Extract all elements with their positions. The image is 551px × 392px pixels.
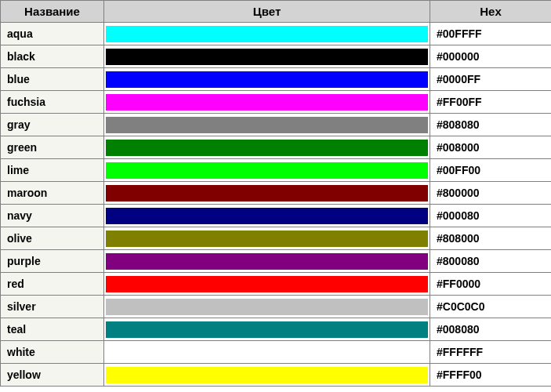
- color-hex-cell: #800000: [430, 182, 552, 205]
- header-hex: Hex: [430, 1, 552, 23]
- table-row: aqua#00FFFF: [1, 23, 552, 45]
- color-hex-cell: #FF0000: [430, 273, 552, 296]
- table-row: yellow#FFFF00: [1, 364, 552, 387]
- color-swatch-cell: [104, 250, 430, 273]
- color-swatch-cell: [104, 136, 430, 159]
- color-name-cell: red: [1, 273, 104, 296]
- color-hex-cell: #0000FF: [430, 68, 552, 91]
- color-swatch: [106, 299, 428, 315]
- color-hex-cell: #C0C0C0: [430, 296, 552, 318]
- color-hex-cell: #000080: [430, 205, 552, 227]
- color-name-cell: black: [1, 45, 104, 68]
- table-row: navy#000080: [1, 205, 552, 227]
- table-row: lime#00FF00: [1, 159, 552, 182]
- color-swatch: [106, 208, 428, 224]
- color-hex-cell: #000000: [430, 45, 552, 68]
- color-hex-cell: #FFFFFF: [430, 341, 552, 364]
- header-color: Цвет: [104, 1, 430, 23]
- color-swatch: [106, 71, 428, 88]
- color-swatch: [106, 230, 428, 247]
- color-name-cell: aqua: [1, 23, 104, 45]
- color-swatch-cell: [104, 364, 430, 387]
- color-name-cell: blue: [1, 68, 104, 91]
- color-name-cell: lime: [1, 159, 104, 182]
- color-swatch-cell: [104, 91, 430, 114]
- color-swatch-cell: [104, 182, 430, 205]
- table-row: red#FF0000: [1, 273, 552, 296]
- color-swatch: [106, 26, 428, 42]
- color-swatch: [106, 321, 428, 338]
- color-name-cell: navy: [1, 205, 104, 227]
- color-hex-cell: #00FF00: [430, 159, 552, 182]
- table-row: fuchsia#FF00FF: [1, 91, 552, 114]
- color-swatch-cell: [104, 114, 430, 136]
- color-hex-cell: #00FFFF: [430, 23, 552, 45]
- color-name-cell: gray: [1, 114, 104, 136]
- color-swatch-cell: [104, 23, 430, 45]
- color-swatch: [106, 162, 428, 179]
- color-swatch: [106, 185, 428, 201]
- color-swatch-cell: [104, 68, 430, 91]
- color-swatch-cell: [104, 296, 430, 318]
- color-name-cell: teal: [1, 318, 104, 341]
- color-hex-cell: #FFFF00: [430, 364, 552, 387]
- table-row: maroon#800000: [1, 182, 552, 205]
- color-swatch-cell: [104, 45, 430, 68]
- color-name-cell: green: [1, 136, 104, 159]
- color-hex-cell: #008000: [430, 136, 552, 159]
- table-row: black#000000: [1, 45, 552, 68]
- table-header-row: Название Цвет Hex: [1, 1, 552, 23]
- table-row: teal#008080: [1, 318, 552, 341]
- color-swatch: [106, 253, 428, 270]
- color-swatch: [106, 140, 428, 156]
- color-swatch-cell: [104, 273, 430, 296]
- table-row: white#FFFFFF: [1, 341, 552, 364]
- table-row: green#008000: [1, 136, 552, 159]
- color-hex-cell: #808000: [430, 227, 552, 250]
- color-name-cell: fuchsia: [1, 91, 104, 114]
- table-row: olive#808000: [1, 227, 552, 250]
- color-swatch-cell: [104, 159, 430, 182]
- color-name-cell: silver: [1, 296, 104, 318]
- color-swatch: [106, 367, 428, 383]
- color-swatch: [106, 49, 428, 65]
- header-name: Название: [1, 1, 104, 23]
- color-name-cell: white: [1, 341, 104, 364]
- color-hex-cell: #008080: [430, 318, 552, 341]
- table-row: blue#0000FF: [1, 68, 552, 91]
- color-swatch-cell: [104, 205, 430, 227]
- color-name-cell: olive: [1, 227, 104, 250]
- color-swatch: [106, 117, 428, 133]
- table-row: purple#800080: [1, 250, 552, 273]
- color-swatch: [106, 276, 428, 292]
- table-body: aqua#00FFFFblack#000000blue#0000FFfuchsi…: [1, 23, 552, 387]
- table-row: gray#808080: [1, 114, 552, 136]
- color-swatch-cell: [104, 227, 430, 250]
- color-name-cell: maroon: [1, 182, 104, 205]
- color-swatch: [106, 94, 428, 111]
- color-swatch: [106, 344, 428, 361]
- color-hex-cell: #808080: [430, 114, 552, 136]
- color-hex-cell: #FF00FF: [430, 91, 552, 114]
- color-name-cell: purple: [1, 250, 104, 273]
- color-hex-cell: #800080: [430, 250, 552, 273]
- color-swatch-cell: [104, 318, 430, 341]
- table-row: silver#C0C0C0: [1, 296, 552, 318]
- color-name-cell: yellow: [1, 364, 104, 387]
- color-swatch-cell: [104, 341, 430, 364]
- color-table: Название Цвет Hex aqua#00FFFFblack#00000…: [0, 0, 551, 387]
